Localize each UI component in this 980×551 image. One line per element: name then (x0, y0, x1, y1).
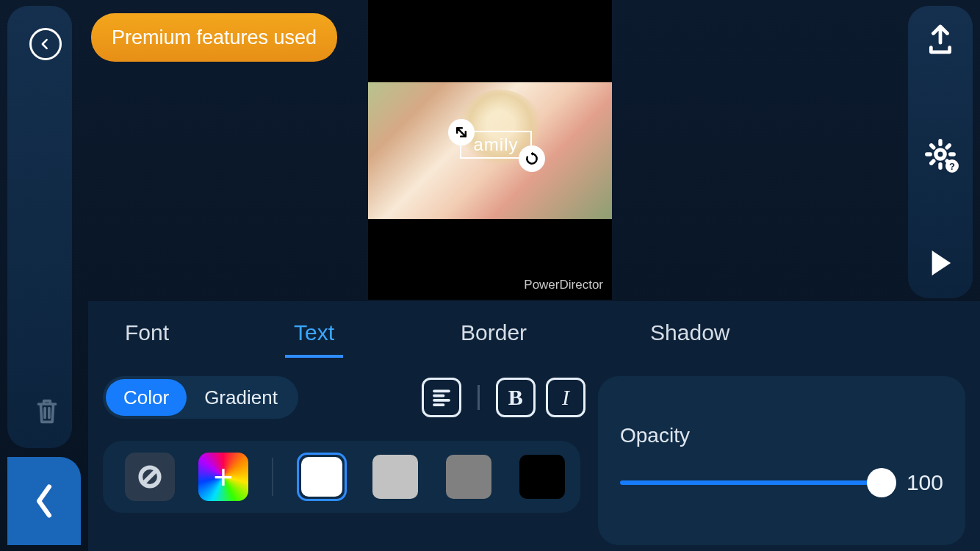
resize-handle[interactable] (448, 119, 475, 145)
help-badge: ? (945, 159, 959, 173)
bold-button[interactable]: B (496, 378, 536, 417)
opacity-panel: Opacity 100 (598, 376, 965, 545)
no-color-swatch[interactable] (125, 453, 175, 501)
fill-mode-segmented: Color Gradient (103, 376, 298, 419)
italic-button[interactable]: I (546, 378, 586, 417)
trash-icon (34, 397, 60, 426)
slider-track (620, 480, 882, 485)
opacity-row: 100 (620, 468, 943, 497)
opacity-label: Opacity (620, 424, 943, 447)
undo-back-button[interactable] (29, 28, 62, 60)
align-left-button[interactable] (422, 378, 461, 417)
align-left-icon (430, 386, 453, 408)
rotate-handle-icon (525, 151, 539, 166)
tab-font[interactable]: Font (110, 310, 184, 356)
play-button[interactable] (928, 248, 953, 281)
resize-handle-icon (454, 125, 469, 140)
video-preview[interactable]: amily PowerDirector (368, 0, 612, 300)
color-swatch-row[interactable] (103, 441, 580, 513)
tab-bar: Font Text Border Shadow (88, 301, 980, 356)
back-icon (38, 37, 53, 51)
row-fillmode-style: Color Gradient B I (103, 376, 580, 419)
color-swatch-0[interactable] (297, 453, 347, 501)
color-swatch-2[interactable] (444, 453, 494, 501)
text-overlay-box[interactable]: amily (460, 131, 532, 159)
swatch-chip (372, 455, 418, 499)
watermark: PowerDirector (524, 278, 603, 292)
svg-point-0 (936, 150, 945, 159)
color-swatch-3[interactable] (517, 453, 567, 501)
opacity-value: 100 (899, 470, 943, 495)
divider (478, 385, 480, 410)
premium-banner-label: Premium features used (112, 26, 317, 49)
swatch-chip (446, 455, 491, 499)
premium-banner[interactable]: Premium features used (91, 13, 337, 62)
swatch-chip (519, 455, 565, 499)
app-root: Premium features used ? amily (0, 0, 980, 551)
play-icon (928, 248, 953, 278)
rotate-handle[interactable] (519, 145, 545, 172)
controls-row: Color Gradient B I (88, 356, 980, 545)
swatch-divider (272, 458, 273, 496)
preview-frame: amily (368, 82, 612, 219)
left-sidebar (7, 6, 72, 448)
left-controls: Color Gradient B I (103, 376, 580, 513)
export-button[interactable] (926, 24, 954, 60)
swatch-chip (301, 457, 342, 497)
no-color-icon (137, 464, 162, 489)
right-sidebar: ? (908, 6, 973, 298)
color-swatch-1[interactable] (370, 453, 420, 501)
text-edit-panel: Font Text Border Shadow Color Gradient (88, 301, 980, 551)
slider-thumb[interactable] (867, 468, 896, 497)
fill-mode-gradient[interactable]: Gradient (187, 379, 295, 416)
panel-back-button[interactable] (7, 457, 81, 545)
opacity-slider[interactable] (620, 468, 882, 497)
text-overlay-value: amily (473, 134, 518, 155)
delete-button[interactable] (34, 397, 60, 426)
tab-shadow[interactable]: Shadow (635, 310, 744, 356)
fill-mode-color[interactable]: Color (106, 379, 187, 416)
export-icon (926, 24, 954, 57)
bold-glyph: B (508, 385, 523, 410)
italic-glyph: I (562, 385, 569, 410)
tab-border[interactable]: Border (446, 310, 541, 356)
chevron-left-icon (32, 483, 57, 519)
settings-button[interactable]: ? (923, 137, 957, 171)
text-style-group: B I (422, 378, 586, 417)
color-picker-swatch[interactable] (198, 453, 248, 501)
tab-text[interactable]: Text (279, 310, 349, 356)
